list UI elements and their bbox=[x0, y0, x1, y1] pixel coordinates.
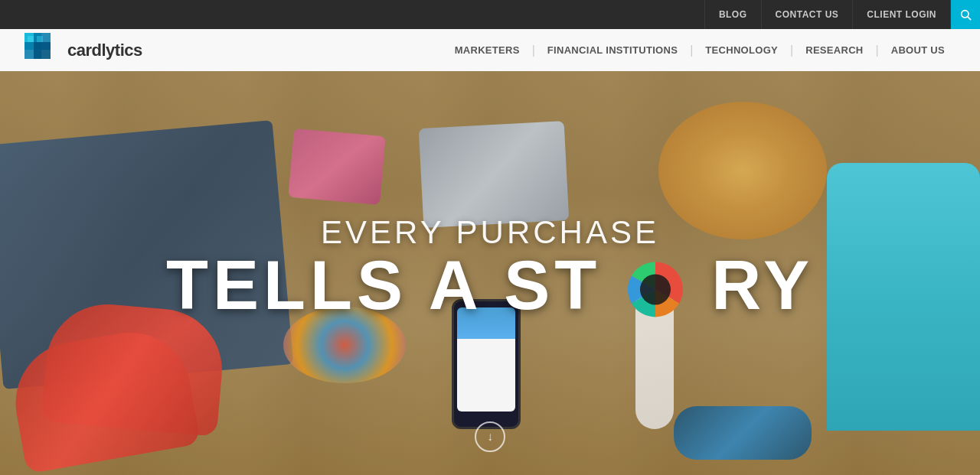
logo[interactable]: cardlytics bbox=[23, 31, 142, 70]
scroll-indicator[interactable]: ↓ bbox=[475, 421, 505, 452]
nav-research[interactable]: RESEARCH bbox=[793, 29, 875, 71]
blog-link[interactable]: BLOG bbox=[704, 0, 762, 29]
pie-chart-o bbox=[625, 255, 686, 324]
nav-financial-institutions[interactable]: FINANCIAL INSTITUTIONS bbox=[535, 29, 690, 71]
nav-about-us[interactable]: ABOUT US bbox=[879, 29, 957, 71]
contact-us-link[interactable]: CONTACT US bbox=[762, 0, 854, 29]
logo-icon bbox=[23, 31, 61, 70]
nav-marketers[interactable]: MARKETERS bbox=[443, 29, 532, 71]
svg-line-1 bbox=[968, 17, 971, 20]
top-bar: BLOG CONTACT US CLIENT LOGIN bbox=[0, 0, 980, 29]
main-nav: MARKETERS | FINANCIAL INSTITUTIONS | TEC… bbox=[443, 29, 957, 71]
headline-part2: RY bbox=[711, 247, 814, 324]
client-login-link[interactable]: CLIENT LOGIN bbox=[853, 0, 951, 29]
svg-rect-5 bbox=[34, 42, 51, 59]
top-bar-links: BLOG CONTACT US CLIENT LOGIN bbox=[704, 0, 980, 29]
svg-rect-7 bbox=[37, 36, 43, 42]
logo-text: cardlytics bbox=[67, 41, 142, 60]
header: cardlytics MARKETERS | FINANCIAL INSTITU… bbox=[0, 29, 980, 71]
headline-part1: TELLS A ST bbox=[166, 247, 601, 324]
hero-text-container: EVERY PURCHASE TELLS A ST RY bbox=[166, 214, 814, 327]
hero-section: EVERY PURCHASE TELLS A ST RY bbox=[0, 71, 980, 475]
search-button[interactable] bbox=[951, 0, 980, 29]
svg-point-9 bbox=[640, 275, 671, 305]
decorative-laptop bbox=[419, 121, 570, 228]
search-icon bbox=[959, 8, 972, 21]
decorative-sunglasses bbox=[674, 406, 812, 460]
hero-headline: TELLS A ST RY bbox=[166, 251, 814, 327]
svg-rect-6 bbox=[28, 36, 34, 42]
decorative-wallet bbox=[288, 129, 385, 205]
hero-tagline: EVERY PURCHASE bbox=[166, 214, 814, 251]
scroll-down-icon: ↓ bbox=[487, 430, 493, 444]
nav-technology[interactable]: TECHNOLOGY bbox=[693, 29, 790, 71]
decorative-shirt bbox=[827, 163, 980, 431]
